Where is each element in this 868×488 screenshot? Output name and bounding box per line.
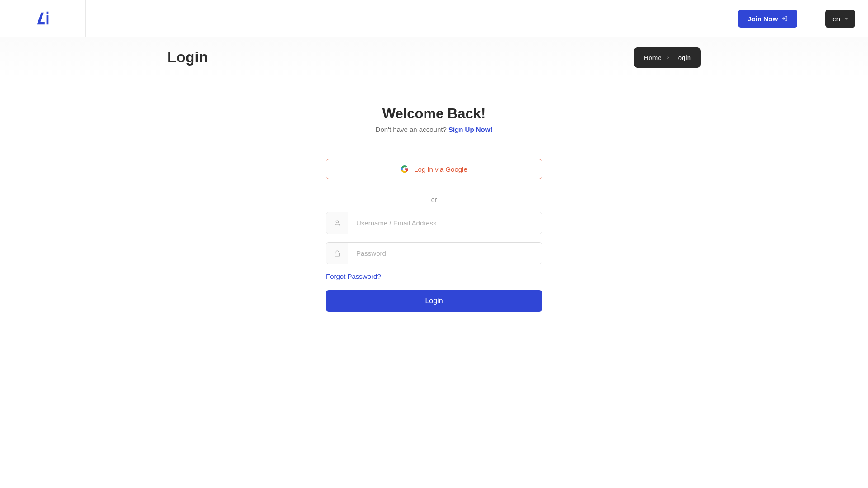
logo[interactable]	[34, 10, 52, 27]
chevron-down-icon	[844, 18, 848, 20]
join-now-button[interactable]: Join Now	[738, 10, 798, 28]
welcome-heading: Welcome Back!	[382, 106, 486, 122]
google-login-button[interactable]: Log In via Google	[326, 159, 542, 179]
svg-rect-2	[335, 253, 339, 256]
title-bar: Login Home › Login	[0, 37, 868, 78]
signup-link[interactable]: Sign Up Now!	[448, 126, 493, 133]
main: Welcome Back! Don't have an account? Sig…	[0, 78, 868, 312]
language-select[interactable]: en	[825, 10, 855, 28]
password-group	[326, 242, 542, 264]
join-label: Join Now	[748, 15, 778, 23]
divider	[811, 0, 811, 37]
signup-prompt: Don't have an account? Sign Up Now!	[376, 126, 493, 133]
google-login-label: Log In via Google	[414, 165, 467, 173]
lock-icon	[326, 243, 348, 264]
svg-point-1	[336, 221, 338, 223]
chevron-right-icon: ›	[667, 55, 669, 60]
login-button[interactable]: Login	[326, 290, 542, 312]
breadcrumb: Home › Login	[634, 47, 701, 68]
logo-section	[0, 0, 86, 37]
header: Join Now en	[0, 0, 868, 37]
header-right: Join Now en	[738, 0, 855, 37]
page-title: Login	[167, 49, 208, 66]
no-account-text: Don't have an account?	[376, 126, 448, 133]
breadcrumb-current: Login	[674, 54, 691, 61]
login-arrow-icon	[781, 15, 788, 22]
username-input[interactable]	[348, 212, 542, 234]
lang-label: en	[832, 15, 840, 23]
forgot-password-link[interactable]: Forgot Password?	[326, 272, 381, 280]
breadcrumb-home[interactable]: Home	[644, 54, 662, 61]
google-icon	[401, 165, 409, 173]
user-icon	[326, 212, 348, 234]
username-group	[326, 212, 542, 234]
or-text: or	[425, 196, 443, 203]
or-divider: or	[326, 196, 542, 204]
login-form: Log In via Google or Forgot P	[326, 159, 542, 312]
password-input[interactable]	[348, 243, 542, 264]
